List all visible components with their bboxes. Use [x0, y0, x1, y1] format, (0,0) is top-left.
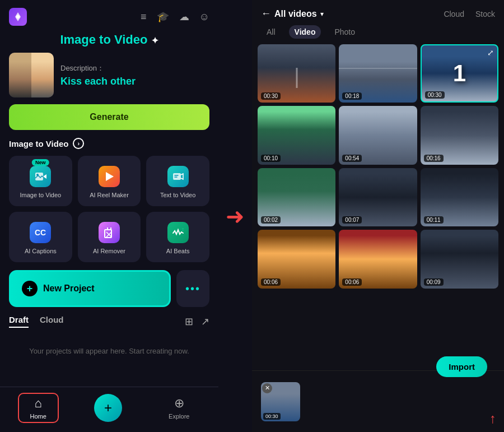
- tool-ai-captions[interactable]: CC AI Captions: [9, 212, 72, 262]
- preview-info: Description： Kiss each other: [60, 63, 209, 87]
- new-project-button[interactable]: + New Project: [9, 270, 171, 307]
- video-duration-8: 00:07: [342, 216, 362, 224]
- video-duration-9: 00:11: [424, 216, 444, 224]
- svg-rect-5: [173, 173, 181, 180]
- tool-img-to-video[interactable]: New Image to Video: [9, 156, 72, 206]
- cloud-icon[interactable]: ☁: [179, 11, 189, 23]
- close-preview-button[interactable]: ✕: [262, 383, 272, 393]
- video-duration-12: 00:09: [424, 278, 444, 286]
- video-duration-2: 00:18: [342, 92, 362, 100]
- sparkle-icon: ✦: [151, 36, 158, 45]
- filter-row: All Video Photo: [252, 25, 504, 44]
- import-button[interactable]: Import: [436, 356, 487, 377]
- info-icon[interactable]: ›: [73, 138, 84, 149]
- arrow-section: ➜: [218, 0, 252, 432]
- preview-thumbnail: [9, 53, 54, 97]
- nav-create[interactable]: +: [94, 394, 122, 422]
- more-dots-icon: •••: [185, 282, 200, 295]
- preview-mini-duration: 00:30: [263, 413, 281, 420]
- graduation-icon[interactable]: 🎓: [157, 11, 169, 23]
- filter-all[interactable]: All: [261, 25, 281, 39]
- grid-view-icon[interactable]: ⊞: [185, 315, 193, 328]
- description-label: Description：: [60, 63, 209, 73]
- video-item-2[interactable]: 00:18: [339, 44, 417, 103]
- generate-button[interactable]: Generate: [9, 104, 209, 130]
- right-panel: ← All videos ▾ Cloud Stock All Video Pho…: [252, 0, 504, 432]
- svg-marker-4: [106, 172, 114, 181]
- top-bar: ≡ 🎓 ☁ ☺: [0, 0, 218, 30]
- back-icon: ←: [261, 8, 271, 20]
- video-duration-11: 00:06: [342, 278, 362, 286]
- expand-icon[interactable]: ⤢: [487, 48, 494, 57]
- tabs-actions: ⊞ ↗: [185, 315, 209, 328]
- bottom-preview-area: ✕ 00:30 Import ↑: [252, 370, 504, 432]
- ai-beats-icon: [167, 222, 189, 243]
- video-item-1[interactable]: 00:30: [258, 44, 335, 103]
- smiley-icon[interactable]: ☺: [199, 11, 209, 23]
- tool-label-ai-captions: AI Captions: [25, 248, 57, 254]
- tab-stock[interactable]: Stock: [475, 10, 495, 18]
- tab-draft[interactable]: Draft: [9, 315, 29, 328]
- more-button[interactable]: •••: [176, 270, 209, 307]
- nav-home[interactable]: ⌂ Home: [18, 393, 59, 423]
- back-section[interactable]: ← All videos ▾: [261, 8, 324, 20]
- video-duration-1: 00:30: [261, 92, 281, 100]
- video-duration-10: 00:06: [261, 278, 281, 286]
- tools-grid: New Image to Video AI Reel Maker: [0, 156, 218, 270]
- img-to-video-icon: [30, 166, 51, 187]
- tool-ai-reel[interactable]: AI Reel Maker: [78, 156, 141, 206]
- tool-ai-remover[interactable]: AI Remover: [78, 212, 141, 262]
- video-duration-4: 00:10: [261, 155, 281, 162]
- right-arrow-icon: ➜: [226, 203, 245, 229]
- empty-state: Your projects will appear here. Start cr…: [0, 335, 218, 368]
- import-arrow-icon: ↑: [489, 411, 496, 426]
- tabs-row: Draft Cloud ⊞ ↗: [0, 315, 218, 335]
- tab-cloud[interactable]: Cloud: [444, 10, 464, 18]
- svg-point-0: [16, 15, 20, 18]
- video-item-8[interactable]: 00:07: [339, 168, 417, 226]
- video-item-10[interactable]: 00:06: [258, 230, 335, 288]
- video-duration-5: 00:54: [342, 155, 362, 162]
- video-item-3[interactable]: 1 ⤢ 00:30: [421, 44, 498, 103]
- video-item-9[interactable]: 00:11: [421, 168, 498, 226]
- video-item-5[interactable]: 00:54: [339, 106, 417, 164]
- tool-text-to-video[interactable]: Text to Video: [146, 156, 209, 206]
- tool-ai-beats[interactable]: AI Beats: [146, 212, 209, 262]
- video-duration-3: 00:30: [425, 91, 445, 99]
- all-videos-label: All videos: [274, 9, 317, 19]
- ai-captions-icon: CC: [30, 222, 51, 243]
- tool-label-img-to-video: Image to Video: [20, 192, 61, 198]
- ai-remover-icon: [99, 222, 120, 243]
- nav-explore-label: Explore: [169, 413, 189, 420]
- list-icon[interactable]: ≡: [141, 11, 147, 23]
- tab-cloud[interactable]: Cloud: [40, 315, 64, 328]
- new-project-row: + New Project •••: [0, 270, 218, 315]
- app-logo[interactable]: [9, 8, 27, 26]
- tool-label-text-to-video: Text to Video: [160, 192, 195, 198]
- right-top-bar: ← All videos ▾ Cloud Stock: [252, 0, 504, 25]
- left-panel: ≡ 🎓 ☁ ☺ Image to Video ✦ Description： Ki…: [0, 0, 218, 432]
- nav-explore[interactable]: ⊕ Explore: [157, 394, 200, 422]
- video-item-6[interactable]: 00:16: [421, 106, 498, 164]
- new-badge: New: [32, 159, 49, 166]
- video-item-4[interactable]: 00:10: [258, 106, 335, 164]
- tool-label-ai-reel: AI Reel Maker: [90, 192, 129, 198]
- svg-text:CC: CC: [35, 228, 46, 237]
- page-title: Image to Video ✦: [0, 32, 218, 47]
- svg-point-8: [182, 230, 184, 231]
- video-duration-7: 00:02: [261, 216, 281, 224]
- video-item-11[interactable]: 00:06: [339, 230, 417, 288]
- video-grid: 00:30 00:18 1 ⤢ 00:30 00:10 00:54 00:16 …: [252, 44, 504, 370]
- preview-section: Description： Kiss each other: [0, 53, 218, 104]
- svg-marker-2: [43, 174, 46, 179]
- share-icon[interactable]: ↗: [201, 315, 209, 328]
- filter-photo[interactable]: Photo: [329, 25, 361, 39]
- section-title: Image to Video ›: [0, 138, 218, 156]
- home-icon: ⌂: [35, 396, 42, 411]
- video-item-7[interactable]: 00:02: [258, 168, 335, 226]
- top-icons: ≡ 🎓 ☁ ☺: [141, 11, 209, 23]
- title-bar: Image to Video ✦: [0, 30, 218, 53]
- video-item-12[interactable]: 00:09: [421, 230, 498, 288]
- bottom-nav: ⌂ Home + ⊕ Explore: [0, 387, 218, 432]
- filter-video[interactable]: Video: [289, 25, 321, 39]
